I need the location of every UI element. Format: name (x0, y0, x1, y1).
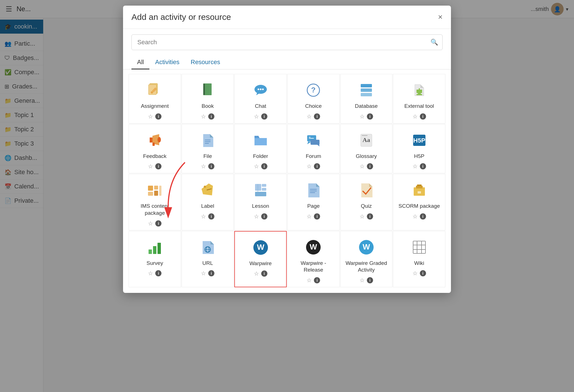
warpwire-release-star[interactable]: ☆ (307, 277, 312, 284)
activity-chat[interactable]: Chat ☆ i (234, 74, 287, 123)
tab-all[interactable]: All (131, 56, 149, 69)
activity-survey[interactable]: Survey ☆ i (129, 231, 181, 287)
lesson-label: Lesson (252, 203, 269, 210)
page-star[interactable]: ☆ (307, 213, 312, 220)
activity-warpwire-graded[interactable]: W Warpwire Graded Activity ☆ i (340, 231, 393, 287)
svg-rect-18 (205, 140, 210, 140)
activity-ims[interactable]: IMS content package ☆ i (129, 174, 181, 230)
warpwire-info[interactable]: i (261, 270, 267, 277)
lesson-star[interactable]: ☆ (254, 213, 259, 220)
warpwire-graded-info[interactable]: i (367, 277, 373, 283)
external-tool-actions: ☆ i (413, 113, 426, 120)
activity-feedback[interactable]: Feedback ☆ i (129, 124, 181, 174)
modal-close-button[interactable]: × (438, 13, 443, 21)
choice-info[interactable]: i (314, 113, 320, 120)
h5p-star[interactable]: ☆ (413, 163, 418, 170)
lesson-info[interactable]: i (261, 213, 267, 220)
ims-star[interactable]: ☆ (148, 220, 153, 227)
wiki-star[interactable]: ☆ (413, 270, 418, 277)
activity-warpwire-release[interactable]: W Warpwire - Release ☆ i (287, 231, 340, 287)
chat-star[interactable]: ☆ (254, 113, 259, 120)
scorm-info[interactable]: i (420, 213, 426, 220)
chat-icon (251, 80, 270, 100)
wiki-info[interactable]: i (420, 270, 426, 276)
activity-assignment[interactable]: Assignment ☆ i (129, 74, 181, 123)
quiz-info[interactable]: i (367, 213, 373, 220)
tab-resources[interactable]: Resources (185, 56, 226, 69)
label-info[interactable]: i (208, 213, 214, 220)
glossary-star[interactable]: ☆ (360, 163, 365, 170)
label-star[interactable]: ☆ (201, 213, 206, 220)
activity-database[interactable]: Database ☆ i (340, 74, 393, 123)
search-input[interactable] (131, 34, 443, 50)
database-info[interactable]: i (367, 113, 373, 120)
activity-folder[interactable]: Folder ☆ i (234, 124, 287, 174)
svg-rect-14 (361, 88, 372, 92)
warpwire-star[interactable]: ☆ (254, 270, 259, 277)
survey-icon (145, 237, 165, 257)
feedback-info[interactable]: i (155, 163, 161, 169)
svg-rect-37 (159, 186, 161, 196)
url-info[interactable]: i (208, 270, 214, 276)
page-label: Page (307, 203, 320, 210)
scorm-label: SCORM package (399, 203, 440, 210)
feedback-star[interactable]: ☆ (148, 163, 153, 170)
folder-star[interactable]: ☆ (254, 163, 259, 170)
warpwire-release-info[interactable]: i (314, 277, 320, 283)
activity-url[interactable]: URL ☆ i (182, 231, 234, 287)
survey-star[interactable]: ☆ (148, 270, 153, 277)
warpwire-release-actions: ☆ i (307, 277, 320, 284)
forum-info[interactable]: i (314, 163, 320, 169)
h5p-info[interactable]: i (420, 163, 426, 169)
url-star[interactable]: ☆ (201, 270, 206, 277)
page-info[interactable]: i (314, 213, 320, 220)
activity-scorm[interactable]: SCORM package ☆ i (393, 174, 445, 230)
ims-info[interactable]: i (155, 220, 161, 227)
activity-wiki[interactable]: Wiki ☆ i (393, 231, 445, 287)
survey-info[interactable]: i (155, 270, 161, 276)
tab-activities[interactable]: Activities (149, 56, 185, 69)
activity-h5p[interactable]: H5P H5P ☆ i (393, 124, 445, 174)
file-info[interactable]: i (208, 163, 214, 169)
ims-actions: ☆ i (148, 220, 161, 227)
glossary-info[interactable]: i (367, 163, 373, 169)
activity-page[interactable]: Page ☆ i (287, 174, 340, 230)
activity-glossary[interactable]: Aa Glossary ☆ i (340, 124, 393, 174)
activity-choice[interactable]: ? Choice ☆ i (287, 74, 340, 123)
label-icon (198, 180, 217, 200)
activity-warpwire[interactable]: W Warpwire ☆ i (234, 231, 287, 287)
database-actions: ☆ i (360, 113, 373, 120)
activity-external-tool[interactable]: External tool ☆ i (393, 74, 445, 123)
file-star[interactable]: ☆ (201, 163, 206, 170)
forum-star[interactable]: ☆ (307, 163, 312, 170)
book-info[interactable]: i (208, 113, 214, 120)
url-icon (198, 237, 217, 257)
activity-forum[interactable]: Forum ☆ i (287, 124, 340, 174)
quiz-star[interactable]: ☆ (360, 213, 365, 220)
folder-info[interactable]: i (261, 163, 267, 169)
assignment-star[interactable]: ☆ (148, 113, 153, 120)
feedback-icon (145, 130, 165, 150)
scorm-star[interactable]: ☆ (413, 213, 418, 220)
activity-file[interactable]: File ☆ i (182, 124, 234, 174)
external-tool-info[interactable]: i (420, 113, 426, 120)
book-star[interactable]: ☆ (201, 113, 206, 120)
chat-info[interactable]: i (261, 113, 267, 120)
database-star[interactable]: ☆ (360, 113, 365, 120)
feedback-actions: ☆ i (148, 163, 161, 170)
forum-actions: ☆ i (307, 163, 320, 170)
svg-rect-43 (255, 192, 266, 196)
choice-star[interactable]: ☆ (307, 113, 312, 120)
activity-book[interactable]: Book ☆ i (182, 74, 234, 123)
activity-lesson[interactable]: Lesson ☆ i (234, 174, 287, 230)
svg-rect-47 (310, 192, 315, 193)
assignment-info[interactable]: i (155, 113, 161, 120)
assignment-icon (145, 80, 165, 100)
external-tool-star[interactable]: ☆ (413, 113, 418, 120)
warpwire-graded-star[interactable]: ☆ (360, 277, 365, 284)
svg-rect-27 (309, 138, 314, 139)
activity-label[interactable]: Label ☆ i (182, 174, 234, 230)
activity-quiz[interactable]: Quiz ☆ i (340, 174, 393, 230)
glossary-icon: Aa (357, 130, 376, 150)
svg-rect-53 (153, 246, 156, 254)
